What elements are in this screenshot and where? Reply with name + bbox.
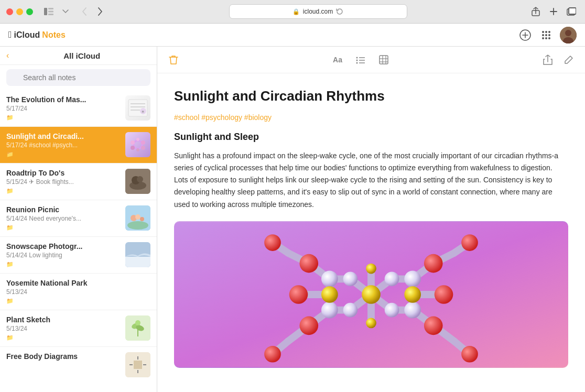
nav-buttons xyxy=(77,5,107,18)
app-bar-right xyxy=(518,27,577,43)
svg-point-116 xyxy=(435,285,453,304)
note-thumbnail xyxy=(125,169,150,194)
edit-button[interactable] xyxy=(561,52,577,68)
grid-view-button[interactable] xyxy=(539,28,554,42)
svg-point-56 xyxy=(356,57,358,59)
svg-rect-51 xyxy=(134,361,142,369)
note-item[interactable]: Yosemite National Park 5/13/24 📁 xyxy=(0,274,157,310)
svg-point-101 xyxy=(366,263,376,274)
back-arrow-icon[interactable]: ‹ xyxy=(6,51,9,60)
apple-icon:  xyxy=(8,29,12,40)
share-browser-icon[interactable] xyxy=(528,5,543,18)
svg-point-42 xyxy=(140,217,144,221)
note-section-title: Sunlight and Sleep xyxy=(174,132,568,143)
notes-list: The Evolution of Mas... 5/17/24 📁 ☀ Sunl… xyxy=(0,90,157,392)
back-button[interactable] xyxy=(77,5,92,18)
svg-point-11 xyxy=(548,31,550,33)
folder-icon: 📁 xyxy=(6,298,150,304)
minimize-button[interactable] xyxy=(16,8,23,15)
folder-icon: 📁 xyxy=(6,151,120,158)
app-bar:  iCloud Notes xyxy=(0,24,585,47)
folder-icon: 📁 xyxy=(6,114,120,121)
lock-icon: 🔒 xyxy=(292,8,300,15)
note-meta: 5/13/24 xyxy=(6,325,120,332)
svg-point-19 xyxy=(565,30,571,36)
svg-point-29 xyxy=(141,140,145,145)
svg-point-30 xyxy=(131,146,135,150)
refresh-icon[interactable] xyxy=(336,8,343,15)
avatar-image xyxy=(560,27,577,43)
list-format-button[interactable] xyxy=(353,52,369,68)
notes-text: Notes xyxy=(42,30,65,40)
forward-button[interactable] xyxy=(93,5,107,18)
note-tags: #school #psychology #biology xyxy=(174,113,568,122)
note-meta: 5/14/24 Need everyone's... xyxy=(6,215,120,222)
svg-point-109 xyxy=(264,346,281,363)
note-content: Aa Sunlight and Circadian Rhythms xyxy=(157,47,585,392)
toolbar-right xyxy=(540,52,577,68)
font-button[interactable]: Aa xyxy=(330,52,345,68)
note-title: Snowscape Photogr... xyxy=(6,242,120,251)
svg-point-93 xyxy=(343,271,358,286)
sidebar-title: All iCloud xyxy=(13,51,150,60)
note-item[interactable]: Roadtrip To Do's 5/15/24 ✈ Book flights.… xyxy=(0,164,157,200)
svg-point-97 xyxy=(321,270,338,287)
svg-point-94 xyxy=(385,271,399,286)
note-item[interactable]: Free Body Diagrams xyxy=(0,347,157,384)
note-item[interactable]: The Evolution of Mas... 5/17/24 📁 ☀ xyxy=(0,90,157,127)
search-wrap: 🔍 xyxy=(6,69,150,86)
title-bar: 🔒 icloud.com xyxy=(0,0,585,23)
traffic-lights xyxy=(6,8,33,15)
note-text: Plant Sketch 5/13/24 📁 xyxy=(6,315,120,341)
svg-point-60 xyxy=(356,62,358,64)
svg-point-41 xyxy=(135,214,140,220)
note-thumbnail xyxy=(125,352,150,377)
note-toolbar: Aa xyxy=(157,47,585,73)
note-text: Sunlight and Circadi... 5/17/24 #school … xyxy=(6,132,120,158)
svg-rect-44 xyxy=(125,257,150,267)
delete-button[interactable] xyxy=(166,52,181,68)
url-text: icloud.com xyxy=(303,8,333,15)
new-tab-icon[interactable] xyxy=(546,5,561,18)
svg-point-27 xyxy=(134,140,142,149)
close-button[interactable] xyxy=(6,8,13,15)
address-bar[interactable]: 🔒 icloud.com xyxy=(229,4,407,19)
toolbar-center: Aa xyxy=(330,52,392,68)
note-item[interactable]: Sunlight and Circadi... 5/17/24 #school … xyxy=(0,127,157,164)
svg-point-37 xyxy=(137,176,143,182)
tabs-icon[interactable] xyxy=(564,5,579,18)
avatar[interactable] xyxy=(560,27,577,43)
icloud-text: iCloud xyxy=(14,30,40,40)
svg-rect-3 xyxy=(48,14,53,15)
maximize-button[interactable] xyxy=(26,8,33,15)
note-body: Sunlight and Circadian Rhythms #school #… xyxy=(157,73,585,392)
svg-point-33 xyxy=(136,148,139,151)
svg-point-12 xyxy=(542,34,544,36)
svg-point-49 xyxy=(135,320,140,325)
svg-rect-6 xyxy=(569,8,576,14)
svg-point-39 xyxy=(127,221,148,230)
svg-point-16 xyxy=(545,37,547,39)
note-thumbnail xyxy=(125,315,150,341)
table-button[interactable] xyxy=(376,52,392,68)
svg-point-107 xyxy=(264,234,281,251)
note-title: Free Body Diagrams xyxy=(6,352,120,361)
address-bar-wrap: 🔒 icloud.com xyxy=(112,4,524,19)
svg-rect-1 xyxy=(48,8,53,9)
note-item[interactable]: Reunion Picnic 5/14/24 Need everyone's..… xyxy=(0,200,157,237)
new-note-button[interactable] xyxy=(518,28,533,42)
note-tag: #school #psychology #biology xyxy=(174,113,272,122)
note-item[interactable]: Plant Sketch 5/13/24 📁 xyxy=(0,310,157,347)
sidebar-toggle-icon[interactable] xyxy=(41,6,56,17)
svg-point-112 xyxy=(321,286,338,303)
molecule-illustration xyxy=(174,221,568,368)
svg-point-13 xyxy=(545,34,547,36)
note-meta: 5/14/24 Low lighting xyxy=(6,252,120,259)
search-input[interactable] xyxy=(6,69,150,86)
svg-point-95 xyxy=(385,302,399,317)
svg-point-102 xyxy=(366,318,376,328)
note-item[interactable]: Snowscape Photogr... 5/14/24 Low lightin… xyxy=(0,237,157,274)
chevron-down-icon[interactable] xyxy=(58,6,73,17)
share-button[interactable] xyxy=(540,52,556,68)
svg-point-58 xyxy=(356,60,358,61)
